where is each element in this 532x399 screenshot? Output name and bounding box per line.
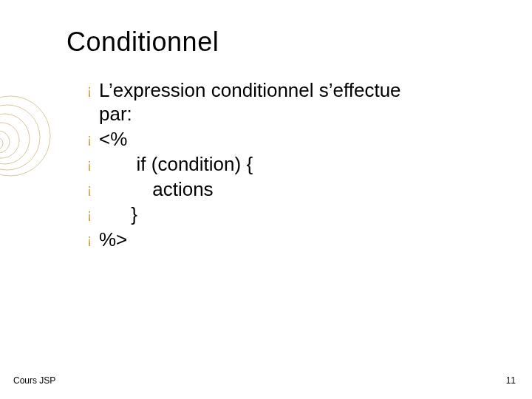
svg-point-2 (0, 114, 30, 164)
svg-point-0 (0, 96, 50, 176)
list-item: ¡ %> (87, 228, 502, 251)
list-item: ¡ actions (87, 177, 502, 201)
list-item-text: %> (99, 228, 127, 251)
slide-title: Conditionnel (66, 27, 219, 58)
svg-point-4 (0, 131, 10, 153)
svg-point-1 (0, 105, 40, 170)
list-item-text: } (99, 202, 137, 226)
list-item-text: if (condition) { (99, 152, 253, 176)
footer-course-name: Cours JSP (13, 375, 55, 386)
bullet-icon: ¡ (87, 202, 92, 226)
svg-point-5 (0, 137, 3, 149)
bullet-icon: ¡ (87, 127, 92, 151)
footer-page-number: 11 (506, 375, 516, 386)
list-item-text: <% (99, 127, 127, 151)
list-item-text: L’expression conditionnel s’effectue par… (99, 78, 401, 126)
list-item-text: actions (99, 177, 214, 201)
bullet-icon: ¡ (87, 152, 92, 176)
bullet-icon: ¡ (87, 78, 92, 102)
bullet-icon: ¡ (87, 228, 92, 251)
decorative-swirl (0, 92, 55, 180)
list-item: ¡ <% (87, 127, 502, 151)
bullet-icon: ¡ (87, 177, 92, 201)
list-item: ¡ if (condition) { (87, 152, 502, 176)
svg-point-3 (0, 123, 19, 158)
list-item: ¡ L’expression conditionnel s’effectue p… (87, 78, 502, 126)
list-item: ¡ } (87, 202, 502, 226)
bullet-list: ¡ L’expression conditionnel s’effectue p… (87, 78, 502, 253)
